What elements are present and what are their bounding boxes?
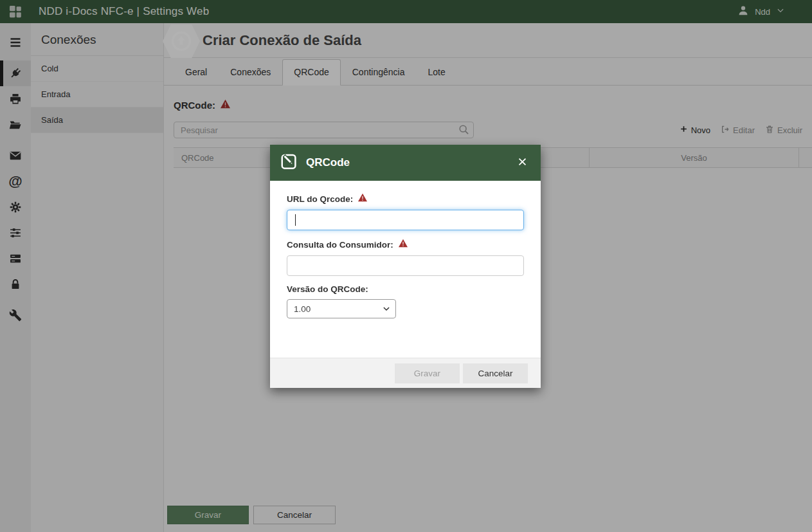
- qrcode-modal: QRCode URL do Qrcode: Consulta do Consum…: [270, 145, 541, 388]
- versao-qrcode-label: Versão do QRCode:: [287, 284, 368, 294]
- versao-qrcode-select[interactable]: 1.00: [287, 299, 396, 318]
- modal-footer: Gravar Cancelar: [270, 358, 541, 388]
- consulta-consumidor-input[interactable]: [287, 255, 524, 276]
- modal-body: URL do Qrcode: Consulta do Consumidor: V…: [270, 181, 541, 358]
- url-qrcode-input[interactable]: [287, 210, 524, 230]
- warning-icon: [398, 239, 408, 250]
- modal-title: QRCode: [306, 156, 350, 169]
- text-caret: [295, 214, 296, 226]
- close-icon[interactable]: [516, 155, 529, 170]
- url-qrcode-label: URL do Qrcode:: [287, 194, 353, 204]
- edit-pencil-icon: [280, 152, 299, 174]
- modal-header: QRCode: [270, 145, 541, 181]
- gravar-modal-button[interactable]: Gravar: [395, 363, 460, 383]
- cancelar-modal-button[interactable]: Cancelar: [463, 363, 528, 383]
- consulta-consumidor-label: Consulta do Consumidor:: [287, 240, 393, 250]
- warning-icon: [357, 193, 368, 205]
